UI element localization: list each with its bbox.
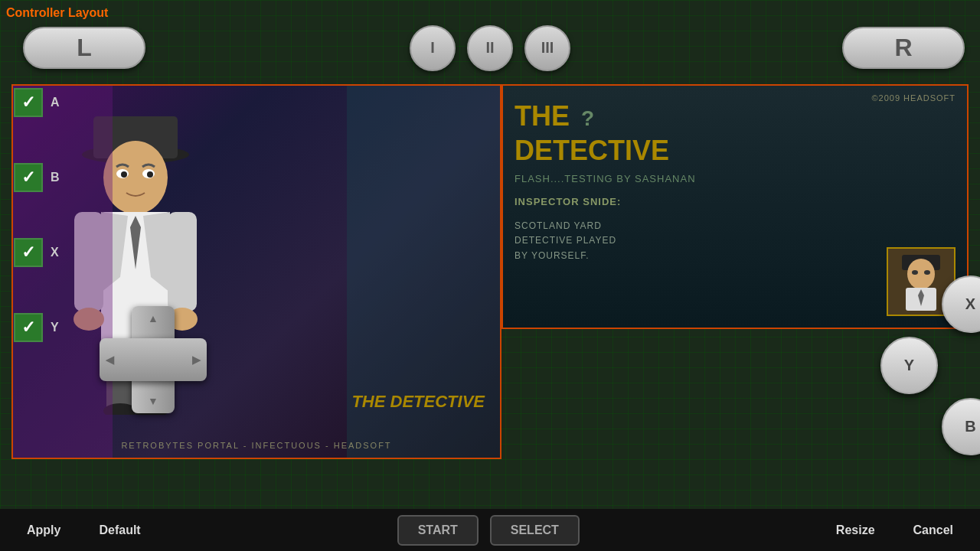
checkbox-a: A — [14, 88, 60, 117]
inspector-label: INSPECTOR SNIDE: — [514, 196, 956, 207]
svg-point-5 — [121, 171, 127, 178]
default-button[interactable]: Default — [83, 515, 155, 546]
left-game-bottom-text: RETROBYTES PORTAL - INFECTUOUS - HEADSOF… — [13, 441, 500, 450]
detective-title-line2: DETECTIVE — [514, 135, 956, 166]
left-game-area: THE DETECTIVE RETROBYTES PORTAL - INFECT… — [11, 84, 501, 459]
dpad-cross[interactable]: ▲ ▼ ◀ ▶ — [100, 306, 207, 413]
detective-subtitle: FLASH....TESTING BY SASHANAN — [514, 173, 956, 184]
roman3-button[interactable]: III — [524, 25, 570, 71]
svg-point-6 — [147, 171, 153, 178]
dpad[interactable]: ▲ ▼ ◀ ▶ — [100, 306, 207, 413]
svg-point-2 — [103, 141, 168, 214]
bottom-bar: Apply Default START SELECT Resize Cancel — [0, 509, 980, 551]
checkbox-x: X — [14, 238, 60, 267]
checkbox-a-box[interactable] — [14, 88, 43, 117]
bottom-right-buttons: Resize Cancel — [821, 515, 969, 546]
l-button[interactable]: L — [23, 27, 145, 69]
roman2-button[interactable]: II — [467, 25, 513, 71]
svg-point-23 — [924, 270, 930, 275]
detective-title-line1: THE ? — [514, 101, 956, 132]
dpad-horizontal: ◀ ▶ — [100, 338, 207, 381]
detective-title-block: THE ? DETECTIVE — [514, 101, 956, 165]
dpad-right-arrow: ▶ — [192, 354, 201, 366]
right-game-screenshot: ©2009 HEADSOFT THE ? DETECTIVE FLASH....… — [503, 86, 967, 328]
checkbox-x-label: X — [51, 246, 59, 259]
checkbox-y: Y — [14, 313, 60, 342]
dpad-left-arrow: ◀ — [106, 354, 114, 366]
start-button[interactable]: START — [397, 515, 479, 546]
copyright-text: ©2009 HEADSOFT — [871, 93, 956, 103]
right-game-area: ©2009 HEADSOFT THE ? DETECTIVE FLASH....… — [501, 84, 969, 329]
checkbox-b-box[interactable] — [14, 163, 43, 192]
checkbox-list: A B X Y — [14, 88, 60, 342]
checkbox-b: B — [14, 163, 60, 192]
dpad-up-arrow: ▲ — [148, 312, 158, 324]
dpad-down-arrow: ▼ — [148, 395, 158, 407]
r-button[interactable]: R — [842, 27, 965, 69]
y-button[interactable]: Y — [880, 337, 938, 394]
checkbox-y-box[interactable] — [14, 313, 43, 342]
checkbox-y-label: Y — [51, 321, 59, 334]
apply-button[interactable]: Apply — [11, 515, 76, 546]
svg-rect-12 — [168, 212, 197, 311]
select-button[interactable]: SELECT — [490, 515, 580, 546]
resize-button[interactable]: Resize — [821, 515, 890, 546]
center-buttons: I II III — [410, 25, 570, 71]
left-game-title: THE DETECTIVE — [351, 392, 485, 412]
bottom-center-buttons: START SELECT — [164, 515, 813, 546]
checkbox-x-box[interactable] — [14, 238, 43, 267]
top-button-bar: L I II III R — [0, 27, 980, 69]
page-title: Controller Layout — [6, 6, 108, 20]
left-game-screenshot: THE DETECTIVE RETROBYTES PORTAL - INFECT… — [13, 86, 500, 458]
roman1-button[interactable]: I — [410, 25, 456, 71]
checkbox-a-label: A — [51, 96, 60, 109]
checkbox-b-label: B — [51, 171, 60, 184]
cancel-button[interactable]: Cancel — [898, 515, 969, 546]
svg-point-21 — [907, 259, 935, 289]
svg-point-22 — [912, 270, 918, 275]
